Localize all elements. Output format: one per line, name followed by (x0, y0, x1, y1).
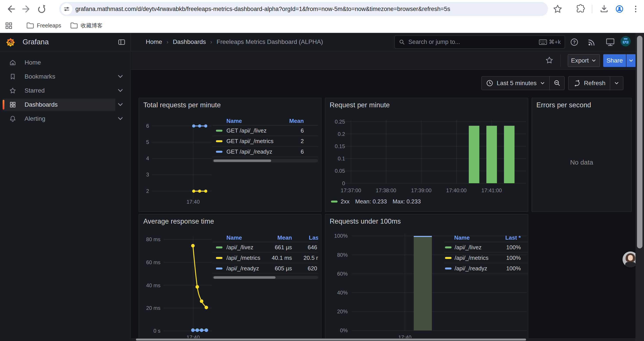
vertical-scrollbar[interactable] (636, 33, 644, 341)
bookmark-item-freeleaps[interactable]: Freeleaps (26, 21, 61, 30)
bookmark-star-icon[interactable] (552, 4, 563, 14)
legend-header-mean[interactable]: Mean (278, 234, 292, 241)
reload-icon[interactable] (36, 4, 47, 14)
legend-header-name[interactable]: Name (226, 118, 242, 124)
legend-row[interactable]: GET /api/_/readyz 6 (212, 147, 318, 157)
series-last: 100% (506, 254, 521, 261)
refresh-interval-button[interactable] (610, 80, 623, 86)
svg-text:?: ? (573, 40, 576, 45)
breadcrumb-dashboards[interactable]: Dashboards (173, 38, 206, 46)
series-name[interactable]: /api/_/metrics (226, 254, 260, 261)
y-tick: 40 ms (139, 282, 160, 289)
news-rss-icon[interactable] (586, 37, 597, 47)
legend-row[interactable]: /api/_/livez 661 µs 646 (212, 242, 318, 253)
extensions-icon[interactable] (575, 4, 585, 14)
series-color-pill (216, 140, 222, 142)
legend-scrollbar[interactable] (212, 276, 318, 279)
series-name[interactable]: /api/_/livez (226, 244, 254, 251)
legend-row[interactable]: /api/_/readyz 605 µs 620 (212, 263, 318, 274)
legend-row[interactable]: /api/_/metrics 40.1 ms 20.5 r (212, 253, 318, 263)
sidebar-item-bookmarks[interactable]: Bookmarks (3, 71, 115, 83)
panel-title[interactable]: Requests under 100ms (330, 217, 401, 225)
url-bar[interactable]: grafana.mathmast.com/d/deytv4rwavabkb/fr… (59, 2, 548, 16)
sidebar-toggle-icon[interactable] (118, 38, 126, 46)
series-max: Max: 0.233 (392, 198, 421, 205)
legend-header-name[interactable]: Name (454, 234, 470, 241)
favorite-star-icon[interactable] (545, 56, 554, 65)
share-menu-button[interactable] (626, 54, 636, 67)
sidebar-item-starred[interactable]: Starred (3, 85, 115, 97)
series-color-pill (445, 257, 452, 259)
time-range-picker[interactable]: Last 5 minutes (482, 79, 549, 87)
horizontal-scrollbar[interactable] (131, 338, 636, 341)
forward-icon[interactable] (21, 4, 32, 14)
export-button[interactable]: Export (568, 54, 600, 67)
y-tick: 0 (325, 180, 345, 187)
legend-row[interactable]: /api/_/livez 100% (444, 242, 528, 253)
chevron-down-icon[interactable] (117, 73, 124, 80)
star-icon (9, 87, 17, 95)
chevron-down-icon[interactable] (117, 87, 124, 94)
series-name[interactable]: /api/_/livez (454, 244, 482, 251)
breadcrumb-home[interactable]: Home (146, 38, 162, 46)
chevron-down-icon[interactable] (117, 101, 124, 108)
legend-scrollbar[interactable] (212, 159, 318, 162)
profile-icon[interactable] (614, 4, 625, 14)
site-info-button[interactable] (61, 3, 72, 15)
sidebar-item-alerting[interactable]: Alerting (3, 113, 115, 125)
apps-grid-icon[interactable] (4, 21, 13, 30)
panel-title[interactable]: Total requests per minute (143, 101, 221, 109)
zoom-out-button[interactable] (550, 79, 564, 87)
search-input[interactable]: Search or jump to... ⌘+k (394, 35, 565, 49)
series-name[interactable]: GET /api/_/livez (226, 127, 266, 134)
panel-title[interactable]: Errors per second (536, 101, 591, 109)
back-icon[interactable] (6, 4, 16, 14)
series-mean: 605 µs (275, 265, 292, 272)
legend-header-last[interactable]: Last * (505, 234, 521, 241)
browser-menu-icon[interactable] (630, 4, 641, 14)
series-name[interactable]: GET /api/_/metrics (226, 138, 274, 145)
bookmark-item-blog[interactable]: 收藏博客 (70, 21, 102, 30)
brand-name[interactable]: Grafana (22, 33, 49, 51)
legend-header-mean[interactable]: Mean (289, 118, 304, 124)
legend-row[interactable]: GET /api/_/livez 6 (212, 126, 318, 136)
y-tick: 20 ms (139, 305, 160, 311)
panel-title[interactable]: Request per minute (330, 101, 390, 109)
monitor-icon[interactable] (605, 37, 616, 47)
series-name[interactable]: /api/_/readyz (454, 265, 487, 272)
chevron-down-icon[interactable] (117, 115, 124, 122)
legend-row[interactable]: GET /api/_/metrics 2 (212, 136, 318, 147)
series-name[interactable]: GET /api/_/readyz (226, 148, 272, 155)
sidebar-item-label: Starred (24, 87, 45, 94)
grafana-logo[interactable] (6, 37, 15, 47)
vertical-scrollbar-thumb[interactable] (637, 36, 642, 248)
dashboard-subheader: Export Share (131, 51, 644, 70)
panel-errors-per-second: Errors per second No data (532, 98, 632, 212)
refresh-group: Refresh (568, 76, 624, 90)
x-tick: 17:40:00 (440, 187, 473, 194)
refresh-button[interactable]: Refresh (568, 79, 610, 87)
panel-title[interactable]: Average response time (143, 217, 214, 225)
sidebar-item-dashboards[interactable]: Dashboards (3, 99, 115, 111)
legend-row[interactable]: /api/_/metrics 100% (444, 253, 528, 263)
y-tick: 0.2 (325, 131, 345, 137)
legend[interactable]: 2xx Mean: 0.233 Max: 0.233 (331, 198, 421, 205)
url-text[interactable]: grafana.mathmast.com/d/deytv4rwavabkb/fr… (76, 6, 450, 13)
dashboards-grid-icon (9, 101, 17, 109)
chevron-down-icon (540, 80, 545, 86)
help-icon[interactable]: ? (569, 37, 580, 47)
series-name[interactable]: /api/_/metrics (454, 254, 488, 261)
horizontal-scrollbar-thumb[interactable] (136, 338, 526, 340)
legend-header-last[interactable]: Las (309, 234, 318, 241)
share-button[interactable]: Share (603, 54, 626, 67)
series-name[interactable]: /api/_/readyz (226, 265, 259, 272)
legend-row[interactable]: /api/_/readyz 100% (444, 263, 528, 274)
legend-header-name[interactable]: Name (226, 234, 242, 241)
series-name[interactable]: 2xx (341, 198, 350, 205)
user-avatar[interactable] (620, 36, 631, 47)
clock-icon (486, 79, 494, 87)
download-icon[interactable] (599, 4, 609, 14)
sidebar-item-home[interactable]: Home (3, 56, 115, 69)
x-tick: 17:40 (180, 199, 206, 205)
zoom-out-icon (553, 79, 561, 87)
